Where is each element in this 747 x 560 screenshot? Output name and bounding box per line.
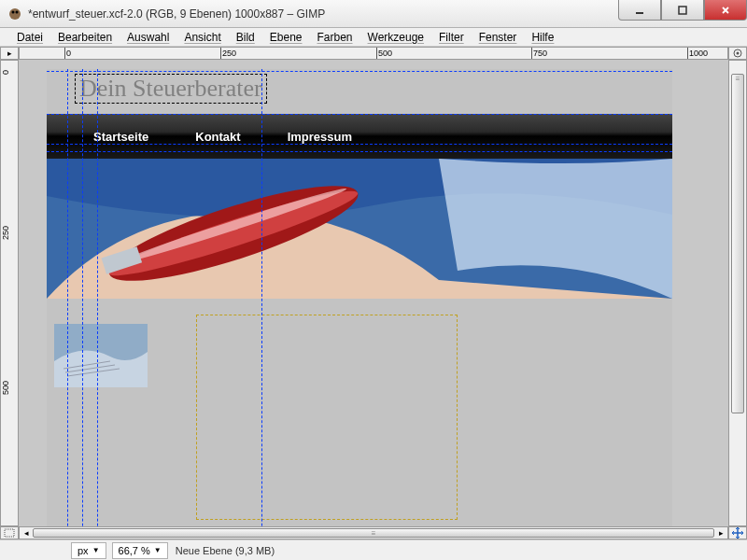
unit-selector[interactable]: px ▼ — [71, 542, 106, 559]
canvas-viewport[interactable]: Dein Steuerberater Startseite Kontakt Im… — [19, 60, 728, 526]
ruler-v-tick: 0 — [1, 70, 10, 75]
title-bar: *entwurf_steuer.xcf-2.0 (RGB, 9 Ebenen) … — [0, 0, 747, 28]
nav-link: Startseite — [93, 130, 148, 144]
canvas[interactable]: Dein Steuerberater Startseite Kontakt Im… — [47, 69, 672, 526]
menu-ebene[interactable]: Ebene — [262, 29, 310, 46]
maximize-button[interactable] — [661, 0, 704, 21]
menu-bearbeiten[interactable]: Bearbeiten — [50, 29, 120, 46]
design-hero-layer[interactable] — [47, 159, 672, 299]
menu-auswahl[interactable]: Auswahl — [120, 29, 176, 46]
status-bar: px ▼ 66,7 % ▼ Neue Ebene (9,3 MB) — [0, 539, 747, 560]
navigation-icon[interactable] — [728, 526, 747, 539]
chevron-down-icon: ▼ — [154, 546, 162, 554]
guide-horizontal[interactable] — [47, 71, 672, 72]
scrollbar-horizontal[interactable]: ◂ ≡ ▸ — [19, 526, 728, 539]
scrollbar-thumb[interactable]: ≡ — [731, 74, 744, 413]
quickmask-toggle-bl[interactable] — [0, 526, 19, 539]
svg-point-0 — [9, 8, 21, 20]
status-layer-info: Neue Ebene (9,3 MB) — [176, 545, 275, 556]
menu-fenster[interactable]: Fenster — [472, 29, 525, 46]
menu-datei[interactable]: Datei — [9, 29, 50, 46]
quickmask-toggle-tr[interactable] — [728, 47, 747, 60]
app-icon — [7, 7, 22, 21]
scrollbar-vertical[interactable]: ≡ — [728, 60, 747, 526]
menu-werkzeuge[interactable]: Werkzeuge — [360, 29, 431, 46]
nav-link: Impressum — [288, 130, 352, 144]
workspace: ▸ 0 250 500 750 1000 0 250 500 Dein Steu… — [0, 47, 747, 539]
menu-hilfe[interactable]: Hilfe — [524, 29, 561, 46]
ruler-vertical[interactable]: 0 250 500 — [0, 60, 19, 526]
design-heading-layer[interactable]: Dein Steuerberater — [75, 74, 267, 104]
guide-vertical[interactable] — [67, 69, 68, 526]
menu-ansicht[interactable]: Ansicht — [176, 29, 228, 46]
ruler-h-tick: 250 — [222, 49, 236, 58]
scrollbar-thumb[interactable]: ≡ — [33, 528, 714, 538]
guide-vertical[interactable] — [97, 69, 98, 526]
svg-point-6 — [737, 52, 740, 55]
design-thumbnail-layer[interactable] — [54, 324, 148, 387]
guide-horizontal[interactable] — [47, 151, 672, 152]
ruler-h-tick: 750 — [533, 49, 547, 58]
close-button[interactable] — [704, 0, 747, 21]
ruler-h-tick: 1000 — [689, 49, 708, 58]
scroll-right-icon[interactable]: ▸ — [714, 527, 727, 539]
menu-bild[interactable]: Bild — [229, 29, 262, 46]
window-controls — [618, 0, 747, 21]
window-title: *entwurf_steuer.xcf-2.0 (RGB, 9 Ebenen) … — [28, 7, 325, 21]
ruler-horizontal[interactable]: 0 250 500 750 1000 — [19, 47, 728, 60]
menu-farben[interactable]: Farben — [310, 29, 360, 46]
svg-point-2 — [16, 10, 19, 13]
minimize-button[interactable] — [618, 0, 661, 21]
chevron-down-icon: ▼ — [92, 546, 100, 554]
guide-vertical[interactable] — [261, 69, 262, 526]
ruler-v-tick: 250 — [1, 226, 10, 240]
menu-bar: Datei Bearbeiten Auswahl Ansicht Bild Eb… — [0, 28, 747, 47]
guide-vertical[interactable] — [82, 69, 83, 526]
zoom-value: 66,7 % — [119, 545, 150, 556]
svg-rect-4 — [679, 7, 686, 14]
guide-horizontal[interactable] — [47, 144, 672, 145]
guide-horizontal[interactable] — [47, 114, 672, 115]
unit-value: px — [78, 545, 89, 556]
menu-filter[interactable]: Filter — [431, 29, 472, 46]
ruler-origin-toggle[interactable]: ▸ — [0, 47, 19, 60]
zoom-selector[interactable]: 66,7 % ▼ — [112, 542, 168, 559]
scroll-left-icon[interactable]: ◂ — [20, 527, 33, 539]
svg-rect-16 — [5, 529, 14, 537]
ruler-v-tick: 500 — [1, 381, 10, 395]
ruler-h-tick: 500 — [378, 49, 392, 58]
ruler-h-tick: 0 — [66, 49, 71, 58]
nav-link: Kontakt — [195, 130, 240, 144]
svg-rect-3 — [636, 12, 643, 14]
active-selection[interactable] — [196, 315, 458, 520]
svg-point-1 — [12, 10, 15, 13]
